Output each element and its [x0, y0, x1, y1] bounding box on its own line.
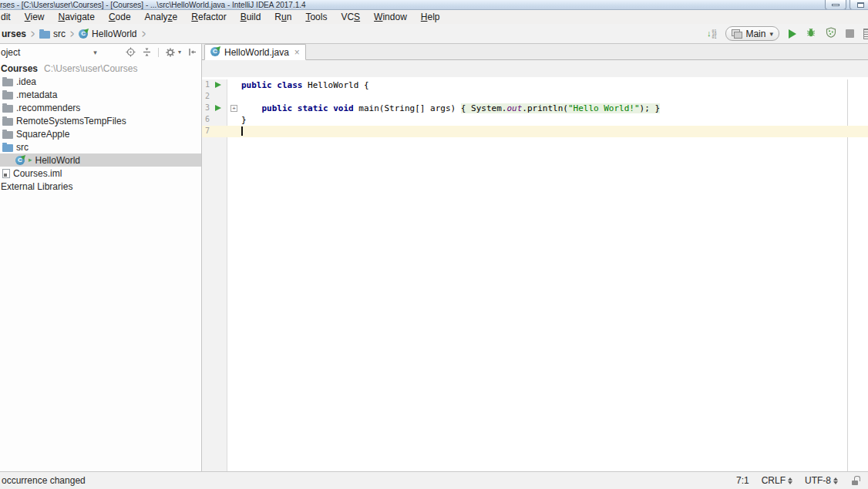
code-token [241, 103, 262, 113]
code-line-7[interactable] [239, 126, 868, 137]
tree-item-helloworld[interactable]: C▸HelloWorld [0, 153, 201, 167]
menu-item-dit[interactable]: dit [0, 11, 18, 23]
menu-item-build[interactable]: Build [234, 11, 268, 23]
maximize-button[interactable] [849, 0, 868, 10]
gutter-row: 3+ [202, 103, 239, 114]
unlock-icon[interactable] [852, 476, 860, 485]
line-number: 1 [205, 80, 210, 89]
run-line-icon[interactable] [215, 105, 221, 111]
tree-item-remotesystemstempfiles[interactable]: RemoteSystemsTempFiles [0, 114, 201, 127]
menu-item-refactor[interactable]: Refactor [184, 11, 233, 23]
tree-item-label: HelloWorld [35, 155, 80, 166]
code-line-3[interactable]: public static void main(String[] args) {… [239, 103, 868, 114]
folder-icon [39, 31, 50, 39]
encoding-widget[interactable]: UTF-8 [805, 475, 838, 486]
menu-item-analyze[interactable]: Analyze [138, 11, 185, 23]
breadcrumb-urses[interactable]: urses [2, 29, 26, 39]
line-ending-widget[interactable]: CRLF [762, 475, 792, 486]
tree-item-label: Courses.iml [13, 168, 62, 179]
file-icon [2, 169, 10, 178]
tree-item-label: .idea [16, 76, 36, 87]
run-button[interactable] [789, 29, 796, 39]
chevron-right-icon: > [142, 27, 146, 39]
gutter-row: 2 [202, 91, 239, 103]
collapse-all-icon [142, 47, 152, 57]
run-configuration-select[interactable]: Main ▾ [725, 26, 779, 41]
intellij-idea-window: rses - [C:\Users\user\Courses] - [Course… [0, 0, 868, 489]
editor-top-band [202, 60, 868, 77]
folder-icon [2, 118, 13, 126]
breadcrumb-label: HelloWorld [92, 29, 136, 39]
status-bar: occurrence changed 7:1 CRLF UTF-8 [0, 471, 868, 489]
gutter-row: 7 [202, 126, 239, 137]
caret-position-widget[interactable]: 7:1 [736, 475, 749, 486]
menu-item-window[interactable]: Window [367, 11, 414, 23]
digits-icon: 01 10 01 [712, 29, 716, 39]
code-token: main(String[] args) [358, 103, 460, 113]
breadcrumb-label: urses [2, 29, 26, 39]
code-token: { System. [461, 103, 507, 113]
numeric-sort-icon[interactable]: ↓ 01 10 01 [707, 29, 717, 39]
tree-item-path: C:\Users\user\Courses [44, 63, 137, 74]
folder-icon [2, 105, 13, 113]
text-caret [241, 126, 243, 136]
folder-icon [2, 144, 13, 152]
run-line-icon[interactable] [215, 82, 221, 88]
chevron-down-icon: ▾ [769, 30, 773, 38]
tree-item-label: SquareApple [16, 129, 69, 140]
run-toolbar: ↓ 01 10 01 Main ▾ [707, 26, 868, 41]
hide-panel-button[interactable] [187, 47, 197, 57]
minimize-button[interactable] [825, 0, 846, 10]
tree-item-external-libraries[interactable]: External Libraries [0, 180, 201, 193]
maximize-icon [857, 2, 864, 8]
line-number: 2 [205, 92, 210, 100]
chevron-right-icon: > [70, 27, 74, 39]
updown-arrows-icon [788, 477, 792, 484]
project-tree: CoursesC:\Users\user\Courses.idea.metada… [0, 60, 201, 193]
menu-item-navigate[interactable]: Navigate [52, 11, 102, 23]
code-editor[interactable]: 123+67 public class HelloWorld { public … [202, 77, 868, 471]
breadcrumb: urses>src>CHelloWorld> [0, 29, 146, 39]
tree-item-squareapple[interactable]: SquareApple [0, 127, 201, 140]
tree-item-courses-iml[interactable]: Courses.iml [0, 167, 201, 180]
tree-item--metadata[interactable]: .metadata [0, 88, 201, 101]
tree-item--idea[interactable]: .idea [0, 75, 201, 88]
project-panel-title: oject [1, 47, 20, 58]
menu-item-run[interactable]: Run [267, 11, 298, 23]
navigation-bar: urses>src>CHelloWorld> ↓ 01 10 01 Main ▾ [0, 24, 868, 44]
debug-button[interactable] [806, 27, 816, 41]
tree-item-label: src [16, 142, 29, 153]
code-line-2[interactable] [239, 91, 868, 103]
code-token: out [506, 103, 522, 113]
breadcrumb-label: src [53, 29, 66, 39]
code-line-6[interactable]: } [239, 114, 868, 126]
line-number: 6 [205, 115, 210, 123]
breadcrumb-src[interactable]: src [39, 29, 66, 39]
tree-item-src[interactable]: src [0, 140, 201, 153]
menu-item-help[interactable]: Help [414, 11, 447, 23]
title-bar: rses - [C:\Users\user\Courses] - [Course… [0, 0, 868, 10]
menu-item-code[interactable]: Code [102, 11, 138, 23]
code-line-1[interactable]: public class HelloWorld { [239, 79, 868, 91]
menu-item-tools[interactable]: Tools [298, 11, 334, 23]
menu-item-view[interactable]: View [18, 11, 52, 23]
close-tab-icon[interactable]: × [294, 47, 300, 58]
editor-tab-helloworld-java[interactable]: C HelloWorld.java × [204, 44, 306, 60]
chevron-down-icon[interactable]: ▾ [93, 49, 97, 56]
code-token: HelloWorld { [308, 80, 368, 90]
tree-item-courses[interactable]: CoursesC:\Users\user\Courses [0, 62, 201, 75]
stop-button[interactable] [846, 29, 854, 38]
locate-button[interactable] [126, 47, 136, 57]
breadcrumb-helloworld[interactable]: CHelloWorld [79, 29, 136, 39]
collapse-all-button[interactable] [142, 47, 152, 57]
code-column[interactable]: public class HelloWorld { public static … [239, 79, 868, 471]
fold-expand-icon[interactable]: + [230, 105, 237, 112]
toolwindow-icon[interactable] [863, 29, 868, 39]
folder-icon [2, 79, 13, 86]
run-with-coverage-button[interactable] [826, 27, 836, 41]
menu-item-vcs[interactable]: VCS [334, 11, 367, 23]
editor-area: C HelloWorld.java × 123+67 public class … [202, 44, 868, 471]
settings-button[interactable] [165, 47, 176, 58]
tree-item--recommenders[interactable]: .recommenders [0, 101, 201, 114]
class-icon: C [79, 29, 89, 39]
